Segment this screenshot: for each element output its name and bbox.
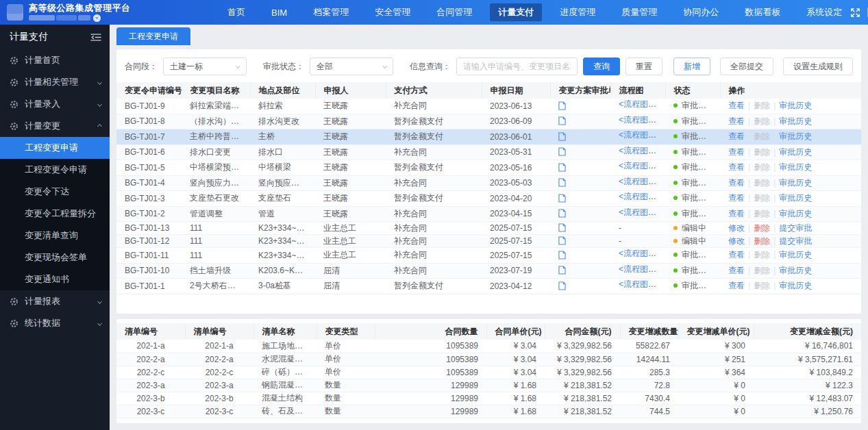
nav-item-安全管理[interactable]: 安全管理 [367, 3, 419, 21]
file-icon[interactable] [558, 194, 566, 203]
file-icon[interactable] [558, 266, 566, 275]
sidebar-subitem-变更清单查询[interactable]: 变更清单查询 [0, 225, 110, 246]
review-button[interactable]: 审 [658, 251, 665, 263]
approval-status-select[interactable]: 全部 [310, 58, 393, 75]
modify-link[interactable]: 修改 [728, 236, 745, 246]
search-button[interactable]: 查询 [583, 58, 620, 75]
flowchart-link[interactable]: <流程图> [619, 279, 656, 289]
nav-item-首页[interactable]: 首页 [219, 3, 253, 21]
table-row[interactable]: BG-TJ01-6排水口变更排水口王晓露补充合同2023-05-31<流程图>审… [116, 144, 861, 160]
sidebar-subitem-变更令工程量拆分[interactable]: 变更令工程量拆分 [0, 203, 110, 225]
sidebar-subitem-变更现场会签单[interactable]: 变更现场会签单 [0, 246, 110, 268]
review-button[interactable]: 审 [658, 194, 665, 206]
sidebar-subitem-工程变更令申请[interactable]: 工程变更令申请 [0, 159, 110, 181]
sidebar-item-计量报表[interactable]: 计量报表 [0, 290, 110, 312]
fullscreen-icon[interactable] [850, 8, 860, 18]
view-link[interactable]: 查看 [728, 209, 745, 218]
review-button[interactable]: 审 [658, 164, 665, 175]
table-row[interactable]: BG-TJ01-8（排水沟）土工布排水沟更改王晓露暂列金额支付2023-06-0… [116, 114, 861, 129]
flowchart-link[interactable]: <流程图> [619, 192, 656, 201]
approval-history-link[interactable]: 审批历史 [779, 266, 812, 275]
review-button[interactable]: 审 [658, 117, 665, 129]
tab-engineering-change-request[interactable]: 工程变更申请 [116, 27, 190, 45]
file-icon[interactable] [558, 101, 566, 111]
file-icon[interactable] [558, 223, 566, 233]
flowchart-link[interactable]: <流程图> [619, 115, 656, 125]
collapse-sidebar-icon[interactable] [90, 33, 101, 42]
table-row[interactable]: BG-TJ01-5中塔横梁预应力孔...中塔横梁王晓露暂列金额支付2023-05… [116, 160, 861, 176]
nav-item-档案管理[interactable]: 档案管理 [305, 3, 357, 21]
modify-link[interactable]: 修改 [728, 223, 745, 233]
flowchart-link[interactable]: <流程图> [619, 99, 656, 109]
file-icon[interactable] [558, 116, 566, 126]
nav-item-质量管理[interactable]: 质量管理 [613, 3, 665, 21]
review-button[interactable]: 审 [658, 210, 665, 221]
flowchart-link[interactable]: <流程图> [619, 146, 656, 155]
sidebar-item-计量相关管理[interactable]: 计量相关管理 [0, 71, 110, 93]
sidebar-subitem-工程变更申请[interactable]: 工程变更申请 [0, 137, 110, 159]
view-link[interactable]: 查看 [728, 281, 745, 290]
view-link[interactable]: 查看 [728, 162, 745, 172]
nav-item-数据看板[interactable]: 数据看板 [736, 3, 789, 21]
approval-history-link[interactable]: 审批历史 [779, 193, 812, 203]
flowchart-link[interactable]: <流程图> [619, 264, 656, 274]
approval-history-link[interactable]: 审批历史 [779, 101, 812, 110]
nav-item-合同管理[interactable]: 合同管理 [428, 3, 480, 21]
submit-all-button[interactable]: 全部提交 [720, 58, 773, 75]
nav-item-系统设定[interactable]: 系统设定 [798, 3, 850, 21]
file-icon[interactable] [558, 178, 566, 188]
approval-history-link[interactable]: 审批历史 [779, 250, 812, 260]
sidebar-item-计量录入[interactable]: 计量录入 [0, 93, 110, 115]
view-link[interactable]: 查看 [728, 250, 745, 260]
flowchart-link[interactable]: <流程图> [619, 249, 656, 258]
table-row[interactable]: BG-TJ01-4竖向预应力钢筋压...竖向预应力钢筋王晓露补充合同2023-0… [116, 175, 861, 191]
file-icon[interactable] [558, 281, 566, 291]
view-link[interactable]: 查看 [728, 116, 745, 126]
add-button[interactable]: 新增 [673, 58, 710, 75]
flowchart-link[interactable]: <流程图> [619, 177, 656, 186]
reset-button[interactable]: 重置 [625, 58, 662, 75]
table-row[interactable]: BG-TJ01-2管道调整管道王晓露补充合同2023-04-15<流程图>审审批… [116, 206, 861, 222]
table-row[interactable]: BG-TJ01-7主桥中跨普通钢筋...主桥王晓露暂列金额支付2023-06-0… [116, 129, 861, 145]
sidebar-item-统计数据[interactable]: 统计数据 [0, 312, 110, 334]
delete-link[interactable]: 删除 [754, 236, 770, 246]
approval-history-link[interactable]: 审批历史 [779, 147, 812, 157]
file-icon[interactable] [558, 132, 566, 142]
search-input[interactable] [456, 58, 578, 75]
file-icon[interactable] [558, 236, 566, 246]
view-link[interactable]: 查看 [728, 178, 745, 188]
sidebar-subitem-变更令下达[interactable]: 变更令下达 [0, 181, 110, 203]
view-link[interactable]: 查看 [728, 193, 745, 203]
submit-approval-link[interactable]: 提交审批 [779, 236, 812, 246]
flowchart-link[interactable]: <流程图> [619, 130, 656, 140]
sidebar-item-计量首页[interactable]: 计量首页 [0, 49, 110, 71]
table-row[interactable]: BG-TJ01-3支座垫石更改支座垫石王晓露暂列金额支付2023-04-20<流… [116, 191, 861, 207]
review-button[interactable]: 审 [658, 102, 665, 114]
approval-history-link[interactable]: 审批历史 [779, 162, 812, 172]
table-row[interactable]: BG-TJ01-11111K23+334~K23+675业主总工补充合同2025… [116, 248, 861, 264]
approval-history-link[interactable]: 审批历史 [779, 209, 812, 218]
nav-item-进度管理[interactable]: 进度管理 [551, 3, 604, 21]
file-icon[interactable] [558, 147, 566, 157]
file-icon[interactable] [558, 163, 566, 173]
sidebar-item-计量变更[interactable]: 计量变更 [0, 115, 110, 137]
approval-history-link[interactable]: 审批历史 [779, 178, 812, 188]
contract-section-select[interactable]: 土建一标 [163, 58, 247, 75]
nav-item-计量支付[interactable]: 计量支付 [490, 3, 542, 21]
flowchart-link[interactable]: <流程图> [619, 161, 656, 170]
table-row[interactable]: BG-TJ01-12111K23+334~K23+675业主总工补充合同2025… [116, 235, 861, 248]
view-link[interactable]: 查看 [728, 101, 745, 110]
view-link[interactable]: 查看 [728, 147, 745, 157]
generation-rules-button[interactable]: 设置生成规则 [783, 58, 853, 75]
nav-item-协同办公[interactable]: 协同办公 [675, 3, 727, 21]
review-button[interactable]: 审 [658, 148, 665, 160]
flowchart-link[interactable]: <流程图> [619, 207, 656, 217]
nav-item-BIM[interactable]: BIM [263, 5, 295, 21]
table-row[interactable]: BG-TJ01-9斜拉索梁端锅齿板...斜拉索王晓露补充合同2023-06-13… [116, 99, 861, 114]
delete-link[interactable]: 删除 [754, 223, 770, 233]
review-button[interactable]: 审 [658, 282, 665, 294]
submit-approval-link[interactable]: 提交审批 [779, 223, 812, 233]
table-row[interactable]: BG-TJ01-10挡土墙升级K203.6~K203.7屈清补充合同2023-0… [116, 263, 861, 279]
approval-history-link[interactable]: 审批历史 [779, 116, 812, 126]
project-selector[interactable] [29, 14, 131, 22]
